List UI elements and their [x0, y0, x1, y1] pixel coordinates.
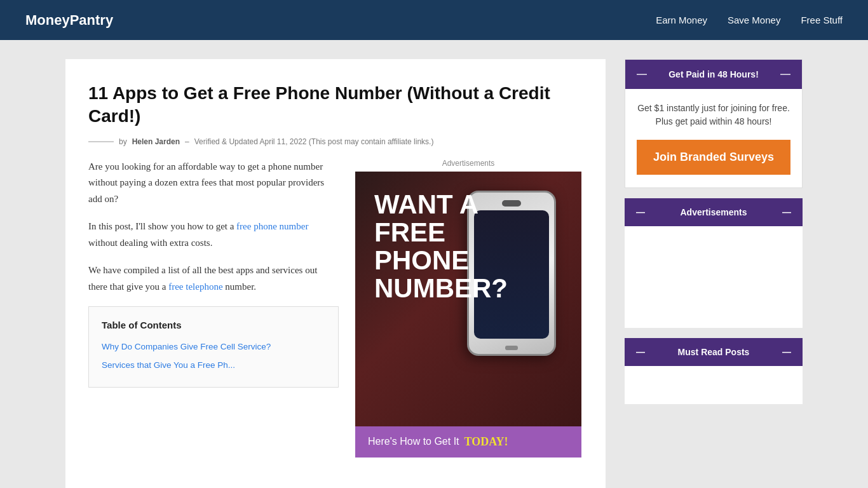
toc-link-1[interactable]: Why Do Companies Give Free Cell Service?: [102, 342, 271, 351]
widget-ads-header: — Advertisements —: [625, 198, 803, 226]
widget-branded-body: Get $1 instantly just for joining for fr…: [625, 89, 802, 187]
nav-free-stuff[interactable]: Free Stuff: [801, 15, 843, 25]
phone-home-button: [505, 346, 518, 350]
toc-item: Why Do Companies Give Free Cell Service?: [102, 340, 325, 355]
table-of-contents: Table of Contents Why Do Companies Give …: [88, 306, 339, 387]
article-para3: We have compiled a list of all the best …: [88, 262, 339, 295]
cta-bar-text: Here's How to Get It: [368, 436, 459, 447]
toc-item: Services that Give You a Free Ph...: [102, 358, 325, 373]
nav-earn-money[interactable]: Earn Money: [656, 15, 707, 25]
link-free-telephone[interactable]: free telephone: [168, 281, 222, 292]
widget-branded-surveys: — Get Paid in 48 Hours! — Get $1 instant…: [625, 59, 803, 188]
main-content: 11 Apps to Get a Free Phone Number (With…: [65, 59, 606, 488]
toc-title: Table of Contents: [102, 317, 325, 334]
nav-save-money[interactable]: Save Money: [728, 15, 780, 25]
meta-author: Helen Jarden: [132, 137, 180, 146]
site-logo[interactable]: MoneyPantry: [25, 12, 113, 29]
phone-ad-banner[interactable]: WANT A FREE PHONE NUMBER?: [355, 172, 581, 458]
main-nav: Earn Money Save Money Free Stuff: [656, 15, 843, 25]
article-text: Are you looking for an affordable way to…: [88, 159, 339, 458]
meta-line-decoration: [88, 141, 114, 142]
phone-ad-headline: WANT A FREE PHONE NUMBER?: [374, 191, 508, 302]
widget-ads-body: [625, 226, 803, 328]
join-branded-surveys-button[interactable]: Join Branded Surveys: [637, 140, 790, 175]
meta-separator: –: [185, 137, 189, 146]
toc-link-2[interactable]: Services that Give You a Free Ph...: [102, 360, 235, 370]
widget-branded-header-label: Get Paid in 48 Hours!: [668, 69, 759, 79]
meta-verified: Verified & Updated April 11, 2022 (This …: [194, 137, 434, 146]
sidebar: — Get Paid in 48 Hours! — Get $1 instant…: [625, 59, 803, 404]
article-meta: by Helen Jarden – Verified & Updated Apr…: [88, 137, 583, 146]
article-para1: Are you looking for an affordable way to…: [88, 159, 339, 208]
article-content-area: Are you looking for an affordable way to…: [88, 159, 583, 458]
widget-branded-text: Get $1 instantly just for joining for fr…: [637, 102, 790, 128]
toc-list: Why Do Companies Give Free Cell Service?…: [102, 340, 325, 373]
must-read-dash-right: —: [782, 347, 791, 357]
must-read-dash-left: —: [636, 347, 645, 357]
header-dash-left: —: [637, 69, 647, 80]
ads-dash-right: —: [782, 207, 791, 217]
widget-must-read-header-label: Must Read Posts: [678, 347, 750, 357]
ads-dash-left: —: [636, 207, 645, 217]
meta-by: by: [119, 137, 127, 146]
link-free-phone-number[interactable]: free phone number: [236, 221, 308, 231]
widget-must-read-body: [625, 366, 803, 404]
widget-branded-header: — Get Paid in 48 Hours! —: [625, 60, 802, 89]
widget-advertisements: — Advertisements —: [625, 198, 803, 328]
phone-ad-cta-bar: Here's How to Get It TODAY!: [355, 426, 581, 458]
page-wrapper: 11 Apps to Get a Free Phone Number (With…: [53, 40, 815, 488]
site-header: MoneyPantry Earn Money Save Money Free S…: [0, 0, 868, 40]
widget-must-read: — Must Read Posts —: [625, 338, 803, 404]
header-dash-right: —: [780, 69, 790, 80]
cta-bar-highlight: TODAY!: [465, 435, 508, 449]
ads-column: Advertisements WANT A FREE PHONE NUMBER?: [354, 159, 583, 458]
article-title: 11 Apps to Get a Free Phone Number (With…: [88, 82, 583, 128]
ads-label: Advertisements: [442, 159, 495, 168]
article-para2: In this post, I'll show you how to get a…: [88, 219, 339, 251]
widget-ads-header-label: Advertisements: [680, 207, 747, 217]
widget-must-read-header: — Must Read Posts —: [625, 338, 803, 366]
